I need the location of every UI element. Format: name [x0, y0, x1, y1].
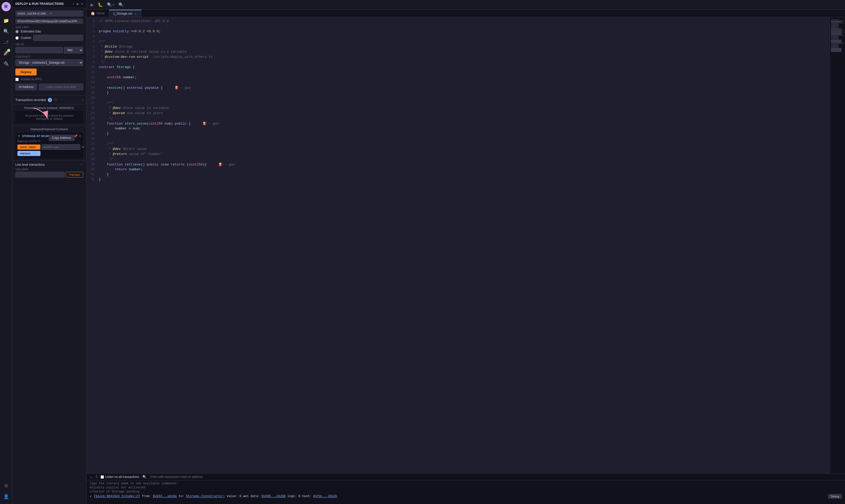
- minimap-line: [831, 41, 841, 42]
- close-tab-icon[interactable]: ✕: [134, 12, 137, 15]
- run-icon[interactable]: ▶: [77, 2, 79, 6]
- transaction-counter: 0: [96, 475, 98, 479]
- listen-checkbox[interactable]: [101, 475, 104, 479]
- code-line-18: 18 * @dev Store value in variable: [87, 106, 830, 111]
- minimap-line: [831, 21, 841, 22]
- transactions-expand-icon[interactable]: ›: [82, 98, 83, 102]
- copy-address-popup[interactable]: Copy Address: [49, 135, 74, 141]
- code-line-14: 14 receive() external payable { ⛽ – gas: [87, 86, 830, 91]
- debug-run-icon[interactable]: 🐛: [97, 2, 104, 8]
- from-address-link[interactable]: 0x833...edc8a: [153, 494, 177, 498]
- transactions-header[interactable]: Transactions recorded 1 ⓘ ›: [12, 95, 86, 104]
- minimap-line: [831, 44, 839, 45]
- code-line-8: 8 * @custom:dev-run-script ./scripts/dep…: [87, 55, 830, 60]
- store-value-expand-icon[interactable]: ▼: [81, 145, 85, 149]
- minimap-line: [831, 20, 844, 21]
- code-line-20: 20 */: [87, 116, 830, 122]
- custom-gas-option[interactable]: Custom 3000000: [15, 35, 83, 41]
- log-line-2: Solidity copilot not activated!: [90, 486, 842, 490]
- code-line-13: 13: [87, 80, 830, 86]
- deploy-icon[interactable]: 🚀: [2, 48, 11, 57]
- deploy-panel: 0x833...EdC8A (8.29/84918...) ▼ 5F2mXRh5…: [12, 8, 86, 95]
- at-address-button[interactable]: At Address: [15, 84, 37, 90]
- play-icon[interactable]: ▶: [90, 2, 95, 8]
- deploy-button[interactable]: Deploy: [15, 69, 37, 75]
- panel-header-icons: ✓ ▶ ✕: [72, 2, 83, 6]
- store-value-input[interactable]: [41, 144, 80, 150]
- gas-limit-radio-group: Estimated Gas Custom 3000000: [15, 30, 83, 41]
- value-input[interactable]: 0: [15, 47, 63, 53]
- transact-button[interactable]: Transact: [66, 172, 83, 178]
- tab-home[interactable]: 🏠 Home: [87, 10, 109, 17]
- home-tab-label: Home: [97, 12, 105, 15]
- transactions-info-icon[interactable]: ⓘ: [54, 98, 57, 102]
- search-icon[interactable]: 🔍: [2, 27, 11, 36]
- publish-ipfs-checkbox[interactable]: [15, 78, 19, 81]
- transaction-log-text: [block:9641624 txIndex:2] from: 0x833...…: [94, 494, 337, 498]
- minimap-line: [831, 45, 839, 46]
- check-icon[interactable]: ✓: [72, 2, 75, 6]
- deploy-badge: [7, 49, 10, 52]
- code-line-27: 27 * @return value of 'number': [87, 152, 830, 157]
- git-icon[interactable]: ⎇: [2, 38, 11, 47]
- hash-link[interactable]: 0xfdc...2bb2b: [313, 494, 337, 498]
- code-line-25: 25 /**: [87, 142, 830, 147]
- contract-label: CONTRACT: [15, 55, 83, 58]
- retrieve-button[interactable]: retrieve: [17, 151, 40, 156]
- minimap-line: [831, 46, 839, 47]
- edit-balance-icon[interactable]: ✏: [38, 139, 40, 143]
- minimap-line: [831, 23, 839, 24]
- custom-gas-input[interactable]: 3000000: [33, 35, 83, 41]
- transactions-count-badge: 1: [48, 98, 52, 102]
- settings-icon[interactable]: ⚙: [2, 481, 11, 490]
- load-contract-button[interactable]: Load contract from Addr: [39, 84, 83, 90]
- instance-toggle-icon[interactable]: ▼: [17, 134, 20, 138]
- data-link[interactable]: 0x505...24200: [262, 494, 286, 498]
- fold-icon[interactable]: ⌄: [90, 475, 93, 479]
- filter-input[interactable]: [150, 474, 842, 479]
- block-link[interactable]: block:9641624 txIndex:2: [96, 494, 138, 498]
- log-line-1: Type the library name to see available c…: [90, 482, 842, 486]
- estimated-gas-radio[interactable]: [15, 30, 19, 33]
- close-instance-icon[interactable]: ✕: [79, 134, 81, 138]
- close-panel-icon[interactable]: ✕: [81, 2, 83, 6]
- tab-storage-sol[interactable]: 1_Storage.sol ✕: [109, 10, 141, 17]
- publish-row: Publish to IPFS: [15, 77, 83, 81]
- code-line-12: 12 uint256 number;: [87, 75, 830, 80]
- to-address-link[interactable]: Storage.(constructor): [186, 494, 225, 498]
- custom-gas-radio[interactable]: [15, 36, 19, 40]
- app-logo: R: [2, 2, 11, 11]
- code-line-17: 17 /**: [87, 101, 830, 106]
- plugin-icon[interactable]: 🔌: [2, 59, 11, 68]
- calldata-input[interactable]: [15, 172, 65, 178]
- code-line-3: 3 pragma solidity >=0.8.2 <0.9.0;: [87, 30, 830, 35]
- minimap-line: [831, 29, 841, 30]
- zoom-out-icon[interactable]: 🔍-: [118, 2, 126, 8]
- people-icon[interactable]: 👤: [2, 492, 11, 501]
- file-explorer-icon[interactable]: 📁: [2, 16, 11, 25]
- filter-search-icon[interactable]: 🔍: [142, 475, 147, 479]
- activity-bar: R 📁 🔍 ⎇ 🚀 🔌 ⚙ 👤: [0, 0, 12, 504]
- address-value: 0x833...EdC8A (8.29/84918...): [17, 12, 49, 15]
- code-line-29: 29 function retrieve() public view retur…: [87, 162, 830, 167]
- store-value-button[interactable]: store_value: [17, 144, 40, 149]
- code-line-21: 21 function store_value(uint256 num) pub…: [87, 122, 830, 127]
- low-level-info-icon[interactable]: ⋯: [80, 163, 83, 166]
- value-unit-select[interactable]: Wei Gwei Finney Ether: [64, 47, 83, 53]
- estimated-gas-option[interactable]: Estimated Gas: [15, 30, 83, 33]
- minimap-line: [831, 31, 841, 32]
- code-editor[interactable]: 1 // SPDX-License-Identifier: GPL-3.0 2 …: [87, 17, 830, 473]
- address-dropdown[interactable]: ▼: [49, 12, 81, 16]
- code-line-22: 22 number = num;: [87, 127, 830, 132]
- minimap-line: [831, 47, 839, 48]
- main-content: ▶ 🐛 🔍+ 🔍- 🏠 Home 1_Storage.sol ✕ 1 // SP…: [87, 0, 845, 504]
- low-level-interactions: Low level interactions ⋯ CALLDATA Transa…: [12, 161, 86, 180]
- minimap-line: [831, 33, 841, 34]
- minimap-lines: [830, 17, 845, 54]
- minimap-line: [831, 40, 841, 41]
- zoom-in-icon[interactable]: 🔍+: [106, 2, 116, 8]
- estimated-gas-label: Estimated Gas: [21, 30, 41, 33]
- debug-button[interactable]: Debug: [828, 494, 842, 499]
- listen-row: Listen on all transactions: [101, 475, 139, 479]
- contract-select[interactable]: Storage - contracts/1_Storage.sol: [15, 59, 83, 66]
